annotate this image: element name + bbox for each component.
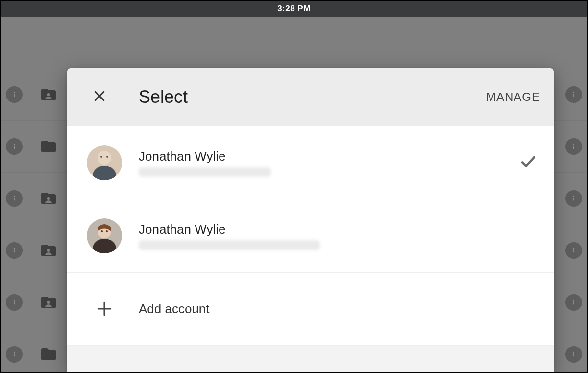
close-icon: [92, 89, 107, 105]
dialog-header: Select MANAGE: [67, 68, 554, 126]
info-icon: [6, 190, 23, 207]
status-bar: 3:28 PM: [1, 1, 587, 17]
svg-point-41: [98, 151, 111, 165]
account-row-0[interactable]: Jonathan Wylie: [67, 126, 554, 199]
svg-rect-35: [14, 353, 15, 356]
shared-folder-icon: [37, 242, 60, 259]
dialog-footer: [67, 346, 554, 372]
svg-rect-28: [14, 301, 15, 304]
shared-folder-icon: [37, 190, 60, 207]
svg-point-19: [573, 196, 574, 197]
info-icon: [6, 86, 23, 103]
folder-icon: [37, 346, 60, 363]
manage-button[interactable]: MANAGE: [486, 90, 540, 104]
shared-folder-icon: [37, 294, 60, 311]
svg-point-3: [47, 93, 50, 96]
svg-rect-5: [573, 94, 574, 97]
shared-folder-icon: [37, 86, 60, 103]
info-icon: [565, 242, 582, 259]
add-account-label: Add account: [139, 301, 210, 317]
svg-point-23: [47, 249, 50, 252]
svg-point-9: [14, 144, 15, 145]
svg-point-39: [573, 351, 574, 352]
avatar: [87, 218, 122, 253]
svg-point-22: [14, 248, 15, 249]
svg-rect-14: [14, 198, 15, 200]
svg-rect-32: [573, 301, 574, 304]
svg-point-36: [14, 351, 15, 352]
info-icon: [565, 190, 582, 207]
info-icon: [6, 294, 23, 311]
info-icon: [6, 242, 23, 259]
info-icon: [6, 346, 23, 363]
svg-point-44: [106, 156, 108, 158]
plus-icon: [87, 300, 122, 317]
svg-point-49: [106, 230, 108, 232]
folder-icon: [37, 138, 60, 155]
check-icon: [519, 153, 537, 173]
info-icon: [565, 346, 582, 363]
svg-rect-38: [573, 353, 574, 356]
account-name: Jonathan Wylie: [139, 222, 320, 237]
info-icon: [565, 294, 582, 311]
account-text: Jonathan Wylie: [139, 222, 320, 250]
account-email-redacted: [139, 240, 320, 250]
account-text: Jonathan Wylie: [139, 149, 271, 177]
svg-point-43: [100, 156, 102, 158]
svg-rect-18: [573, 198, 574, 200]
svg-point-29: [14, 299, 15, 300]
svg-rect-8: [14, 146, 15, 149]
info-icon: [565, 138, 582, 155]
device-frame: 3:28 PM: [0, 0, 588, 373]
svg-rect-11: [573, 146, 574, 149]
add-account-row[interactable]: Add account: [67, 273, 554, 346]
info-icon: [6, 138, 23, 155]
account-name: Jonathan Wylie: [139, 149, 271, 164]
svg-point-48: [101, 230, 103, 232]
account-row-1[interactable]: Jonathan Wylie: [67, 199, 554, 273]
account-email-redacted: [139, 167, 271, 177]
dialog-title: Select: [139, 87, 188, 107]
svg-point-33: [573, 299, 574, 300]
status-time: 3:28 PM: [277, 4, 311, 14]
svg-rect-21: [14, 249, 15, 252]
info-icon: [565, 86, 582, 103]
svg-point-15: [14, 196, 15, 197]
account-picker-dialog: Select MANAGE Jonathan Wylie Jonathan Wy…: [67, 68, 554, 372]
svg-point-2: [14, 92, 15, 93]
svg-point-30: [47, 300, 50, 304]
svg-rect-1: [14, 94, 15, 97]
close-button[interactable]: [89, 86, 110, 108]
svg-point-26: [573, 248, 574, 249]
svg-point-16: [47, 197, 50, 200]
avatar: [87, 145, 122, 180]
svg-rect-25: [573, 249, 574, 252]
svg-point-6: [573, 92, 574, 93]
svg-point-12: [573, 144, 574, 145]
